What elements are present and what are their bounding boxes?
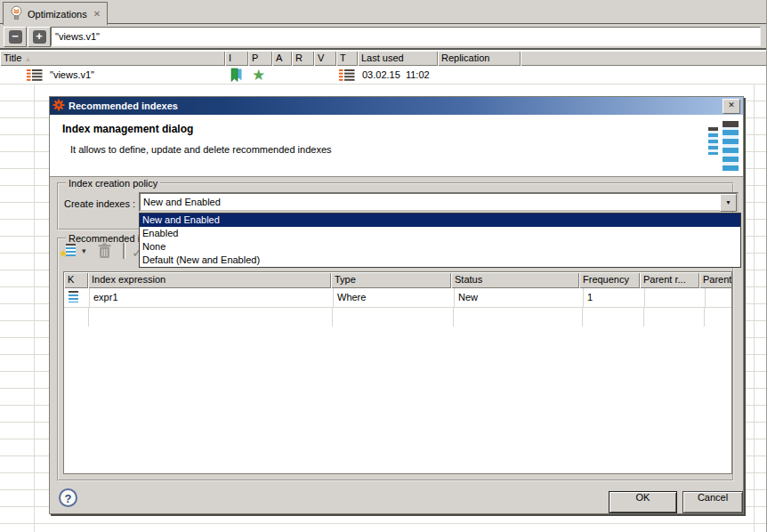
dropdown-option-enabled[interactable]: Enabled [140, 227, 740, 240]
dropdown-option-new-and-enabled[interactable]: New and Enabled [140, 214, 740, 227]
tab-close-icon[interactable]: ✕ [93, 9, 101, 19]
grid-vline-right [754, 85, 755, 532]
column-header-title-label: Title [4, 52, 21, 63]
cell-parent-1 [645, 288, 706, 308]
cell-status: New [455, 288, 584, 308]
column-header-title[interactable]: Title ▲ [0, 51, 225, 66]
cancel-button[interactable]: Cancel [682, 491, 743, 513]
empty-cell [89, 308, 333, 326]
help-button[interactable]: ? [59, 488, 77, 507]
k-cell [64, 288, 90, 308]
sort-asc-icon: ▲ [24, 55, 31, 63]
column-header-v[interactable]: V [314, 51, 336, 66]
dropdown-option-default[interactable]: Default (New and Enabled) [140, 254, 740, 267]
lightbulb-icon [10, 5, 23, 22]
col-type[interactable]: Type [331, 272, 451, 288]
col-parent-1[interactable]: Parent r... [640, 272, 699, 288]
bookmark-flag-icon [230, 68, 243, 85]
column-header-p[interactable]: P [248, 51, 272, 66]
t-column-table-icon [339, 69, 355, 83]
index-bars-large-icon [723, 121, 739, 171]
column-header-a-label: A [276, 52, 282, 63]
column-header-r-label: R [295, 52, 303, 63]
column-header-a[interactable]: A [272, 51, 292, 66]
col-parent-2[interactable]: Parent r... [699, 272, 732, 288]
create-indexes-label: Create indexes : [64, 197, 135, 211]
tab-bar [0, 0, 767, 24]
create-indexes-dropdown: New and Enabled Enabled None Default (Ne… [139, 213, 741, 268]
tab-label: Optimizations [28, 9, 87, 20]
column-header-t[interactable]: T [336, 51, 358, 66]
optimizations-view: Optimizations ✕ − + Title ▲ I P A R V T … [0, 0, 767, 532]
column-header-i-label: I [229, 52, 231, 63]
col-k[interactable]: K [64, 272, 88, 288]
index-row[interactable]: expr1 Where New 1 [64, 288, 731, 308]
add-index-button[interactable]: ★ [61, 244, 77, 259]
empty-cell [333, 308, 454, 326]
dialog-heading: Index management dialog [62, 123, 193, 135]
index-row-empty [64, 308, 731, 326]
empty-cell [64, 308, 89, 326]
minus-icon: − [9, 30, 22, 44]
col-frequency[interactable]: Frequency [579, 272, 640, 288]
col-status[interactable]: Status [451, 272, 579, 288]
cell-frequency: 1 [584, 288, 645, 308]
view-table-icon [27, 69, 43, 83]
key-bars-icon [69, 291, 78, 302]
empty-cell [705, 308, 732, 326]
primary-star-icon: ★ [252, 68, 265, 83]
dialog-banner: Index management dialog It allows to def… [50, 115, 743, 177]
column-header-filler [521, 51, 767, 66]
column-header-replication[interactable]: Replication [438, 51, 521, 66]
dropdown-option-none[interactable]: None [140, 240, 740, 254]
cell-type: Where [334, 288, 455, 308]
recommended-indexes-dialog: Recommended indexes ✕ Index management d… [49, 96, 744, 514]
expand-button[interactable]: + [28, 27, 51, 47]
index-bars-small-icon [708, 127, 718, 155]
column-header-r[interactable]: R [292, 51, 314, 66]
combo-value: New and Enabled [143, 197, 221, 207]
plus-icon: + [33, 30, 46, 44]
dialog-title: Recommended indexes [69, 101, 178, 111]
empty-cell [644, 308, 705, 326]
create-indexes-combo[interactable]: New and Enabled ▼ [139, 192, 739, 212]
delete-index-button[interactable] [97, 243, 112, 261]
col-index-expression[interactable]: Index expression [88, 272, 331, 288]
column-header-replication-label: Replication [441, 52, 489, 63]
column-header-i[interactable]: I [225, 51, 248, 66]
add-star-icon: ★ [59, 247, 69, 260]
empty-cell [454, 308, 583, 326]
column-header-v-label: V [318, 52, 324, 63]
ok-button[interactable]: OK [609, 491, 677, 513]
dialog-title-bar[interactable]: Recommended indexes ✕ [50, 97, 743, 115]
column-header-last-used[interactable]: Last used [358, 51, 438, 66]
indexes-table-header: K Index expression Type Status Frequency… [64, 272, 731, 288]
policy-group-label: Index creation policy [66, 177, 160, 189]
dialog-close-icon[interactable]: ✕ [723, 99, 740, 114]
empty-cell [583, 308, 644, 326]
grid-vline-left [34, 85, 35, 532]
combo-dropdown-icon[interactable]: ▼ [720, 194, 737, 212]
column-header-p-label: P [252, 52, 258, 63]
collapse-button[interactable]: − [4, 27, 27, 47]
add-index-menu-caret-icon[interactable]: ▾ [82, 246, 86, 255]
filter-input[interactable] [51, 27, 761, 46]
toolbar-separator [123, 243, 125, 259]
cell-parent-2 [706, 288, 732, 308]
column-header-last-used-label: Last used [361, 52, 404, 63]
row-last-used: 03.02.15 11:02 [362, 66, 430, 85]
column-header-t-label: T [340, 52, 346, 63]
cell-expression: expr1 [90, 288, 334, 308]
row-title: "views.v1" [50, 66, 94, 85]
gear-icon [52, 99, 65, 113]
dialog-description: It allows to define, update and delete r… [70, 144, 332, 155]
table-row[interactable]: "views.v1" ★ 03.02.15 11:02 [0, 66, 767, 85]
tab-optimizations[interactable]: Optimizations ✕ [3, 2, 108, 25]
indexes-table[interactable]: K Index expression Type Status Frequency… [63, 271, 732, 474]
